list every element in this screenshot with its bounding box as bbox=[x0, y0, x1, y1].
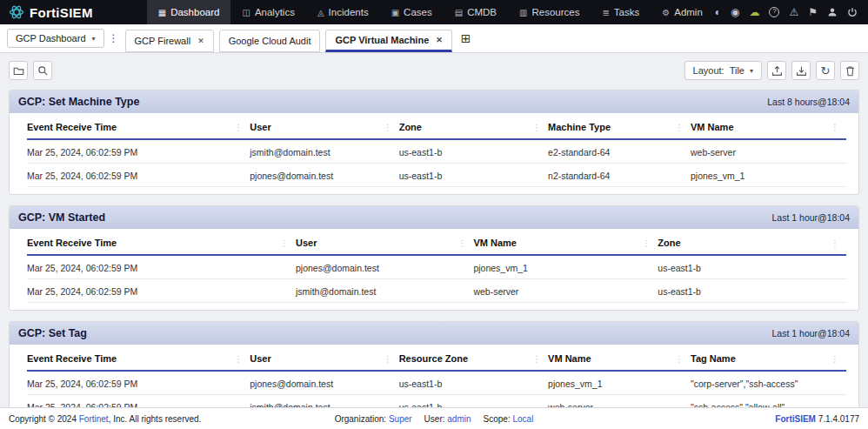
analytics-icon: ◫ bbox=[242, 8, 250, 17]
nav-item-incidents[interactable]: ◬ Incidents bbox=[306, 0, 380, 24]
nav-item-admin[interactable]: ⚙ Admin bbox=[651, 0, 714, 24]
dashboard-toolbar: Layout: Tile ▾ ↻ bbox=[9, 61, 859, 80]
column-header[interactable]: Machine Type bbox=[548, 114, 691, 140]
refresh-button[interactable]: ↻ bbox=[816, 61, 835, 80]
nav-label: Analytics bbox=[255, 7, 295, 17]
column-header[interactable]: Event Receive Time bbox=[27, 345, 250, 372]
toolbar-right: Layout: Tile ▾ ↻ bbox=[684, 61, 859, 80]
folder-button[interactable] bbox=[9, 61, 28, 80]
user-value[interactable]: admin bbox=[447, 414, 471, 424]
dashboard-folder-selector[interactable]: GCP Dashboard ▾ bbox=[7, 29, 104, 48]
scope-info: Scope: Local bbox=[484, 414, 534, 424]
help-icon[interactable]: ? bbox=[769, 7, 779, 17]
user-info: User: admin bbox=[424, 414, 471, 424]
user-icon[interactable] bbox=[827, 7, 838, 17]
fortinet-link[interactable]: Fortinet bbox=[79, 414, 109, 424]
scope-value[interactable]: Local bbox=[512, 414, 533, 424]
table-cell: Mar 25, 2024, 06:02:59 PM bbox=[27, 372, 250, 395]
tab-gcp-firewall[interactable]: GCP Firewall ✕ bbox=[125, 30, 214, 52]
fortisiem-logo-icon bbox=[9, 4, 24, 20]
table-cell: us-east1-b bbox=[399, 372, 548, 395]
organization-label: Organization: bbox=[335, 414, 386, 424]
logout-power-icon[interactable] bbox=[847, 7, 858, 17]
chevron-down-icon: ▾ bbox=[750, 67, 753, 75]
nav-label: Incidents bbox=[329, 7, 369, 17]
column-header[interactable]: User bbox=[296, 230, 473, 256]
download-button[interactable] bbox=[791, 61, 811, 80]
tab-google-cloud-audit[interactable]: Google Cloud Audit bbox=[219, 30, 321, 52]
dashboard-options-kebab-icon[interactable]: ⋮ bbox=[104, 32, 125, 44]
chevron-down-icon: ▾ bbox=[92, 35, 96, 43]
user-label: User: bbox=[424, 414, 445, 424]
nav-item-resources[interactable]: ▥ Resources bbox=[508, 0, 591, 24]
column-header[interactable]: VM Name bbox=[691, 114, 846, 140]
organization-value[interactable]: Super bbox=[389, 414, 412, 424]
panel-header[interactable]: GCP: VM Started Last 1 hour@18:04 bbox=[10, 206, 858, 229]
table-cell: pjones_vm_1 bbox=[548, 372, 691, 395]
table-cell: n2-standard-64 bbox=[548, 164, 691, 187]
nav-label: Cases bbox=[404, 7, 432, 17]
status-footer: Copyright © 2024 Fortinet, Inc. All righ… bbox=[0, 407, 868, 429]
column-header[interactable]: Zone bbox=[399, 114, 548, 140]
navbar-utilities: ◐ ◉ ☁ ? ⚠ ⚑ bbox=[715, 7, 868, 17]
column-header[interactable]: Tag Name bbox=[691, 345, 846, 372]
table-cell: us-east1-b bbox=[399, 395, 548, 407]
panel-header[interactable]: GCP: Set Tag Last 1 hour@18:04 bbox=[10, 322, 858, 345]
visibility-icon[interactable]: ◉ bbox=[731, 7, 739, 17]
cases-icon: ▣ bbox=[391, 8, 399, 17]
close-icon[interactable]: ✕ bbox=[436, 36, 443, 44]
column-header[interactable]: Event Receive Time bbox=[27, 114, 250, 140]
column-header[interactable]: Event Receive Time bbox=[27, 230, 296, 256]
tasks-icon: ≣ bbox=[602, 8, 609, 17]
search-button[interactable] bbox=[33, 61, 52, 80]
add-dashboard-icon[interactable]: ⊞ bbox=[461, 31, 471, 45]
tab-gcp-virtual-machine[interactable]: GCP Virtual Machine ✕ bbox=[325, 30, 451, 52]
nav-item-analytics[interactable]: ◫ Analytics bbox=[230, 0, 305, 24]
nav-item-cases[interactable]: ▣ Cases bbox=[380, 0, 444, 24]
table-cell: Mar 25, 2024, 06:02:59 PM bbox=[27, 256, 296, 279]
nav-label: CMDB bbox=[467, 7, 497, 17]
dashboard-content: Layout: Tile ▾ ↻ bbox=[0, 53, 868, 407]
nav-item-dashboard[interactable]: ▦ Dashboard bbox=[147, 0, 231, 24]
nav-item-cmdb[interactable]: ▤ CMDB bbox=[444, 0, 508, 24]
column-header[interactable]: VM Name bbox=[548, 345, 691, 372]
cloud-status-icon[interactable]: ☁ bbox=[749, 7, 759, 17]
panel-gcp-set-machine-type: GCP: Set Machine Type Last 8 hours@18:04… bbox=[9, 90, 859, 195]
nav-item-tasks[interactable]: ≣ Tasks bbox=[591, 0, 651, 24]
events-table: Event Receive Time User VM Name Zone Mar… bbox=[10, 229, 858, 310]
panel-time-range: Last 8 hours@18:04 bbox=[767, 97, 850, 107]
brand-logo[interactable]: FortiSIEM bbox=[0, 4, 105, 20]
table-cell: pjones_vm_1 bbox=[691, 164, 846, 187]
column-header[interactable]: User bbox=[250, 345, 398, 372]
copyright-prefix: Copyright © 2024 bbox=[9, 414, 79, 424]
tab-label: GCP Firewall bbox=[135, 36, 191, 46]
export-button[interactable] bbox=[767, 61, 786, 80]
brand-name: FortiSIEM bbox=[30, 5, 93, 20]
product-name[interactable]: FortiSIEM bbox=[775, 414, 816, 424]
flag-icon[interactable]: ⚑ bbox=[808, 7, 818, 17]
table-cell: pjones_vm_1 bbox=[473, 256, 658, 279]
column-header[interactable]: User bbox=[250, 114, 398, 140]
table-cell: e2-standard-64 bbox=[548, 140, 691, 164]
layout-label: Layout: bbox=[693, 65, 724, 76]
column-header[interactable]: Zone bbox=[658, 230, 846, 256]
trash-icon bbox=[845, 65, 856, 77]
column-header[interactable]: Resource Zone bbox=[399, 345, 548, 372]
version-info: FortiSIEM 7.1.4.0177 bbox=[533, 414, 859, 424]
resources-icon: ▥ bbox=[519, 8, 527, 17]
download-icon bbox=[796, 65, 807, 77]
layout-value: Tile bbox=[730, 65, 744, 76]
table-cell: us-east1-b bbox=[658, 279, 846, 303]
table-cell: jsmith@domain.test bbox=[250, 140, 398, 164]
column-header[interactable]: VM Name bbox=[473, 230, 658, 256]
panel-header[interactable]: GCP: Set Machine Type Last 8 hours@18:04 bbox=[10, 90, 858, 113]
warning-icon[interactable]: ⚠ bbox=[789, 7, 798, 17]
nav-label: Tasks bbox=[614, 7, 639, 17]
panel-title: GCP: Set Tag bbox=[18, 327, 87, 339]
delete-button[interactable] bbox=[840, 61, 859, 80]
close-icon[interactable]: ✕ bbox=[197, 37, 204, 45]
layout-dropdown[interactable]: Layout: Tile ▾ bbox=[684, 61, 762, 80]
events-table: Event Receive Time User Zone Machine Typ… bbox=[10, 113, 858, 194]
table-cell: us-east1-b bbox=[399, 140, 548, 164]
theme-icon[interactable]: ◐ bbox=[715, 7, 721, 17]
